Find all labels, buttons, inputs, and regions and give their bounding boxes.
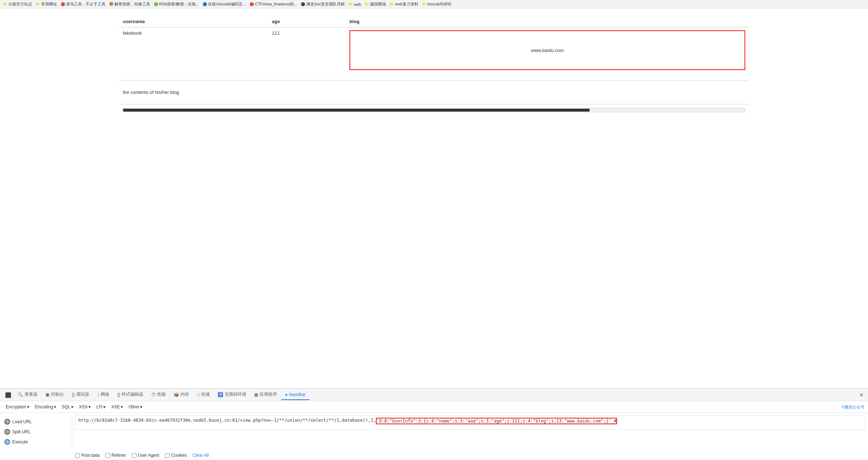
- tool-icon: 🔴: [61, 2, 65, 6]
- bookmark-rsa[interactable]: 🟢 RSA加密/解密 - 在线...: [154, 1, 199, 7]
- bookmark-common[interactable]: 📁 常用网址: [36, 1, 57, 7]
- bookmark-ctfshow[interactable]: 🔴 CTFshow_Kradress的...: [249, 1, 297, 7]
- bookmark-decrypt[interactable]: 🐯 解密加密，转换工具: [109, 1, 150, 7]
- table-row: fakebook 111 www.baidu.com: [119, 27, 749, 73]
- ctf-icon: 🔴: [249, 2, 254, 6]
- blog-contents-label: the contents of his/her blog: [119, 84, 749, 100]
- bookmark-tomcat[interactable]: 📁 tomcat内存码: [422, 1, 451, 7]
- bookmark-firefox[interactable]: 📁 火狐官方站点: [3, 1, 32, 7]
- divider: [119, 80, 749, 81]
- col-blog: blog: [346, 16, 749, 27]
- bookmark-loopholes[interactable]: 📁 漏洞爬场: [365, 1, 386, 7]
- cell-username: fakebook: [119, 27, 268, 73]
- tiger-icon: 🐯: [109, 2, 113, 6]
- cell-blog: www.baidu.com: [346, 27, 749, 73]
- blog-cell-highlighted: www.baidu.com: [350, 30, 745, 70]
- folder-icon: 📁: [390, 2, 394, 6]
- main-content: username age blog fakebook 111 www.baidu…: [0, 9, 868, 211]
- divider2: [119, 104, 749, 104]
- bookmark-cainiao[interactable]: 🔴 菜鸟工具 - 不止于工具: [61, 1, 105, 7]
- folder-icon: 📁: [422, 2, 426, 6]
- folder-icon: 📁: [348, 2, 353, 6]
- unicode-icon: 🔵: [203, 2, 207, 6]
- folder-icon: 📁: [365, 2, 369, 6]
- scrollbar-thumb: [123, 109, 590, 112]
- rsa-icon: 🟢: [154, 2, 158, 6]
- sec-icon: ⚫: [301, 2, 305, 6]
- bookmark-web[interactable]: 📁 web: [348, 2, 361, 6]
- cell-age: 111: [268, 27, 346, 73]
- horizontal-scrollbar[interactable]: [123, 108, 745, 112]
- col-username: username: [119, 16, 268, 27]
- bookmark-unicode[interactable]: 🔵 在线Unicode编码互...: [203, 1, 246, 7]
- folder-icon: 📁: [3, 2, 7, 6]
- col-age: age: [268, 16, 346, 27]
- bookmark-web-review[interactable]: 📁 web复习资料: [390, 1, 418, 7]
- bookmarks-bar: 📁 火狐官方站点 📁 常用网址 🔴 菜鸟工具 - 不止于工具 🐯 解密加密，转换…: [0, 0, 868, 9]
- data-table: username age blog fakebook 111 www.baidu…: [119, 16, 749, 73]
- folder-icon: 📁: [36, 2, 40, 6]
- blog-url: www.baidu.com: [531, 48, 564, 53]
- bookmark-yuanlong[interactable]: ⚫ 渊龙Sec安全团队导航: [301, 1, 345, 7]
